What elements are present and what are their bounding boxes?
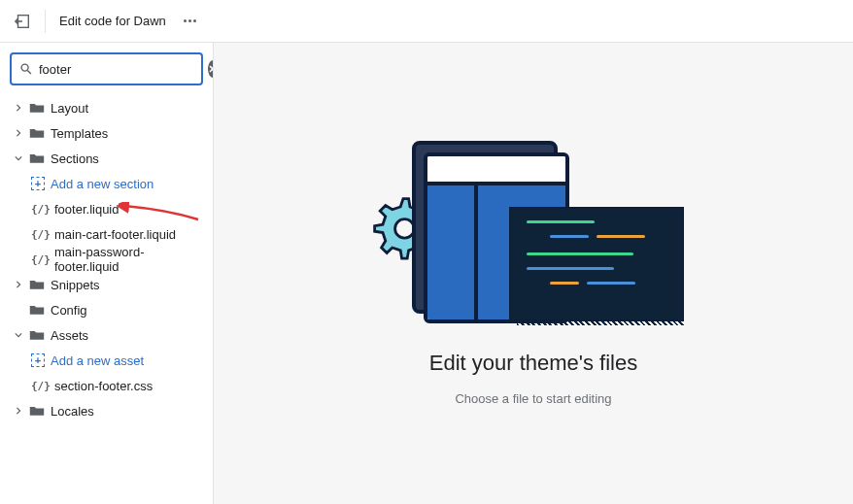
folder-label: Locales xyxy=(51,404,94,419)
chevron-right-icon xyxy=(14,129,23,137)
page-title: Edit code for Dawn xyxy=(59,14,166,28)
tree-folder-assets[interactable]: Assets xyxy=(10,322,203,348)
folder-label: Snippets xyxy=(51,278,100,292)
add-asset-button[interactable]: + Add a new asset xyxy=(10,348,203,373)
folder-label: Assets xyxy=(51,328,88,343)
tree-folder-config[interactable]: Config xyxy=(10,297,203,322)
chevron-right-icon xyxy=(14,407,23,415)
chevron-right-icon xyxy=(14,104,23,112)
tree-folder-layout[interactable]: Layout xyxy=(10,95,203,120)
folder-label: Layout xyxy=(51,101,88,116)
add-icon: + xyxy=(31,353,45,367)
file-label: section-footer.css xyxy=(54,379,153,393)
svg-point-1 xyxy=(21,64,28,71)
file-item[interactable]: {/} footer.liquid xyxy=(10,196,203,221)
add-section-button[interactable]: + Add a new section xyxy=(10,171,203,196)
chevron-down-icon xyxy=(14,154,23,162)
file-item[interactable]: {/} main-password-footer.liquid xyxy=(10,247,203,272)
folder-icon xyxy=(29,151,45,165)
empty-heading: Edit your theme's files xyxy=(429,351,638,376)
tree-folder-locales[interactable]: Locales xyxy=(10,398,203,423)
liquid-icon: {/} xyxy=(31,380,49,392)
header: Edit code for Dawn xyxy=(0,0,853,43)
file-label: footer.liquid xyxy=(54,202,119,217)
illustration xyxy=(383,141,684,335)
folder-icon xyxy=(29,101,45,115)
tree-folder-templates[interactable]: Templates xyxy=(10,120,203,146)
search-icon xyxy=(19,62,33,76)
folder-icon xyxy=(29,278,45,291)
content-area: Edit your theme's files Choose a file to… xyxy=(214,43,853,504)
folder-label: Sections xyxy=(51,151,99,166)
file-label: main-password-footer.liquid xyxy=(54,245,199,274)
empty-subtext: Choose a file to start editing xyxy=(455,391,611,406)
search-field[interactable] xyxy=(10,52,203,85)
folder-icon xyxy=(29,303,45,317)
sidebar: Layout Templates Sections + Add a new se… xyxy=(0,43,214,504)
file-item[interactable]: {/} section-footer.css xyxy=(10,373,203,398)
folder-icon xyxy=(29,126,45,140)
search-input[interactable] xyxy=(33,62,208,77)
divider xyxy=(45,10,46,33)
tree-folder-sections[interactable]: Sections xyxy=(10,146,203,171)
chevron-right-icon xyxy=(14,281,23,288)
chevron-down-icon xyxy=(14,331,23,339)
main: Layout Templates Sections + Add a new se… xyxy=(0,43,853,504)
folder-label: Config xyxy=(51,303,87,318)
tree-folder-snippets[interactable]: Snippets xyxy=(10,272,203,297)
folder-icon xyxy=(29,328,45,342)
folder-label: Templates xyxy=(51,126,108,141)
file-item[interactable]: {/} main-cart-footer.liquid xyxy=(10,221,203,247)
liquid-icon: {/} xyxy=(31,203,49,216)
liquid-icon: {/} xyxy=(31,228,49,241)
folder-icon xyxy=(29,404,45,418)
more-icon[interactable] xyxy=(180,16,200,26)
file-label: main-cart-footer.liquid xyxy=(54,227,176,242)
add-icon: + xyxy=(31,177,45,190)
exit-icon[interactable] xyxy=(14,13,31,30)
add-label: Add a new section xyxy=(51,177,154,191)
liquid-icon: {/} xyxy=(31,253,49,266)
add-label: Add a new asset xyxy=(51,353,144,368)
